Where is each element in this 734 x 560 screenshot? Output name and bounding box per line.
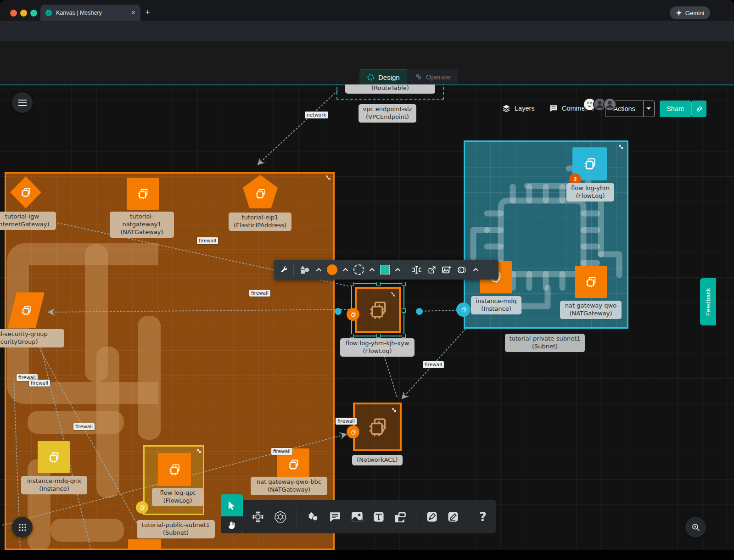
network-acl-badge[interactable] bbox=[347, 426, 359, 438]
resize-handle[interactable] bbox=[402, 282, 406, 286]
collapse-icon[interactable] bbox=[325, 174, 331, 181]
design-spiral-icon bbox=[367, 73, 375, 81]
browser-tab-strip: Kanvas | Meshery ✕ + Gemini bbox=[0, 0, 734, 21]
edge-label-firewall[interactable]: firewall bbox=[197, 237, 218, 244]
comment-tool-icon[interactable] bbox=[329, 510, 341, 523]
close-window-light[interactable] bbox=[10, 10, 17, 17]
collapse-icon[interactable] bbox=[618, 144, 624, 150]
node-label-natgateway1[interactable]: tutorial-natgateway1(NATGateway) bbox=[110, 212, 174, 238]
node-label-flowlog-yhm[interactable]: flow log-yhm(FlowLog) bbox=[566, 183, 614, 202]
edge-label-firewall[interactable]: firewall bbox=[249, 290, 270, 297]
configure-wrench-icon[interactable] bbox=[280, 265, 288, 274]
node-label-eip1[interactable]: tutorial-eip1(ElasticIPAddress) bbox=[229, 213, 291, 231]
chevron-up-icon[interactable] bbox=[395, 268, 401, 272]
image-tool-icon[interactable] bbox=[351, 510, 363, 523]
browser-tab[interactable]: Kanvas | Meshery ✕ bbox=[40, 5, 140, 21]
minimize-window-light[interactable] bbox=[20, 10, 27, 17]
node-label-instance-mdq-gnx[interactable]: instance-mdq-gnx(Instance) bbox=[21, 476, 87, 494]
chevron-down-icon bbox=[646, 107, 651, 111]
group-label-public-subnet[interactable]: tutorial-public-subnet1(Subnet) bbox=[137, 520, 215, 538]
open-in-new-icon[interactable] bbox=[427, 265, 437, 274]
tab-operate[interactable]: Operate bbox=[407, 69, 458, 84]
connection-dot[interactable] bbox=[335, 308, 342, 315]
feedback-tab[interactable]: Feedback bbox=[700, 278, 716, 325]
node-label-natgateway-qwo[interactable]: nat gateway-qwo(NATGateway) bbox=[560, 301, 622, 319]
node-label-igw[interactable]: tutorial-igw(InternetGateway) bbox=[0, 212, 56, 230]
edge-label-firewall[interactable]: firewall bbox=[29, 380, 50, 386]
pan-tool-button[interactable] bbox=[221, 516, 243, 533]
collaborator-avatar[interactable] bbox=[603, 98, 616, 111]
edge-label-firewall[interactable]: firewall bbox=[73, 423, 95, 430]
image-add-icon[interactable] bbox=[442, 265, 452, 274]
connection-dot[interactable] bbox=[416, 308, 423, 315]
subnet-border-badge[interactable] bbox=[456, 302, 471, 317]
resize-handle[interactable] bbox=[402, 334, 406, 338]
share-button[interactable]: Share bbox=[660, 101, 691, 117]
shapes-tool-icon[interactable] bbox=[307, 510, 319, 523]
kubernetes-icon[interactable] bbox=[274, 510, 287, 524]
zoom-search-button[interactable] bbox=[685, 517, 706, 538]
chevron-up-icon[interactable] bbox=[369, 268, 375, 272]
maximize-window-light[interactable] bbox=[30, 10, 37, 17]
components-circuit-icon[interactable] bbox=[252, 510, 264, 524]
node-label-vpc-endpoint[interactable]: vpc endpoint-slz(VPCEndpoint) bbox=[359, 104, 416, 123]
node-color-swatch[interactable] bbox=[327, 264, 337, 275]
tab-design[interactable]: Design bbox=[359, 69, 407, 84]
resize-handle[interactable] bbox=[350, 282, 354, 286]
widgets-grid-button[interactable] bbox=[12, 517, 33, 538]
collapse-icon[interactable] bbox=[391, 407, 397, 413]
node-label-routetable[interactable]: (RouteTable) bbox=[345, 84, 435, 94]
actions-dropdown-button[interactable] bbox=[643, 101, 655, 117]
collapse-icon[interactable] bbox=[196, 448, 202, 454]
bottom-toolbar: ? bbox=[243, 500, 496, 533]
node-flow-log-yhm-kjh-xyw[interactable] bbox=[355, 287, 401, 333]
node-partial-bottom[interactable] bbox=[128, 539, 161, 550]
resize-handle[interactable] bbox=[402, 308, 406, 313]
pencil-tool-icon[interactable] bbox=[448, 510, 459, 523]
shapes-picker-icon[interactable] bbox=[299, 265, 311, 275]
chevron-up-icon[interactable] bbox=[316, 268, 322, 272]
node-label-instance-mdq[interactable]: instance-mdq(Instance) bbox=[471, 296, 521, 314]
design-canvas[interactable]: Layers Comments Actions Share (RouteTabl… bbox=[0, 84, 734, 550]
text-tool-icon[interactable] bbox=[373, 510, 384, 523]
node-instance-mdq-gnx[interactable] bbox=[38, 441, 70, 473]
flowlog-gpt-badge[interactable] bbox=[136, 501, 148, 514]
edge-label-firewall[interactable]: firewall bbox=[423, 361, 444, 368]
merge-lasso-icon[interactable] bbox=[457, 265, 468, 274]
resize-handle[interactable] bbox=[350, 334, 354, 338]
canvas-menu-button[interactable] bbox=[12, 92, 33, 113]
chevron-up-icon[interactable] bbox=[473, 268, 479, 272]
group-label-private-subnet[interactable]: tutorial-private-subnet1(Subnet) bbox=[505, 334, 585, 352]
pen-tool-icon[interactable] bbox=[426, 510, 437, 523]
edge-label-network[interactable]: network bbox=[305, 112, 328, 118]
share-link-button[interactable] bbox=[692, 101, 706, 117]
rename-icon[interactable] bbox=[411, 265, 422, 274]
node-nat-gateway-qwo[interactable] bbox=[575, 266, 607, 298]
edge-label-firewall[interactable]: firewall bbox=[336, 418, 357, 425]
resize-handle[interactable] bbox=[376, 334, 381, 338]
node-tutorial-natgateway1[interactable] bbox=[127, 178, 159, 210]
select-tool-button[interactable] bbox=[221, 494, 243, 516]
node-label-flowlog-selected[interactable]: flow log-yhm-kjh-xyw(FlowLog) bbox=[340, 338, 415, 357]
feedback-label: Feedback bbox=[705, 288, 712, 316]
flowlog-selected-badge[interactable] bbox=[347, 308, 359, 321]
new-tab-button[interactable]: + bbox=[145, 7, 150, 17]
border-style-swatch[interactable] bbox=[353, 264, 364, 275]
fill-swatch[interactable] bbox=[380, 265, 390, 274]
help-button[interactable]: ? bbox=[479, 510, 487, 524]
node-label-flowlog-gpt[interactable]: flow log-gpt(FlowLog) bbox=[152, 488, 203, 506]
resize-handle[interactable] bbox=[376, 282, 381, 286]
node-flow-log-gpt[interactable] bbox=[158, 453, 191, 486]
chevron-up-icon[interactable] bbox=[342, 268, 348, 272]
tab-close-icon[interactable]: ✕ bbox=[131, 9, 136, 16]
node-label-natgateway-qwo-bbc[interactable]: nat gateway-qwo-bbc(NATGateway) bbox=[251, 477, 327, 495]
sticky-note-tool-icon[interactable] bbox=[394, 510, 406, 523]
node-network-acl[interactable] bbox=[353, 403, 402, 451]
node-label-network-acl[interactable]: (NetworkACL) bbox=[352, 455, 403, 465]
gemini-button[interactable]: Gemini bbox=[670, 6, 710, 19]
node-label-security-group[interactable]: tutorial-security-group(SecurityGroup) bbox=[0, 329, 64, 347]
layers-button[interactable]: Layers bbox=[502, 104, 535, 113]
operate-icon bbox=[415, 73, 422, 81]
edge-label-firewall[interactable]: firewall bbox=[271, 448, 292, 455]
collapse-icon[interactable] bbox=[390, 291, 396, 297]
